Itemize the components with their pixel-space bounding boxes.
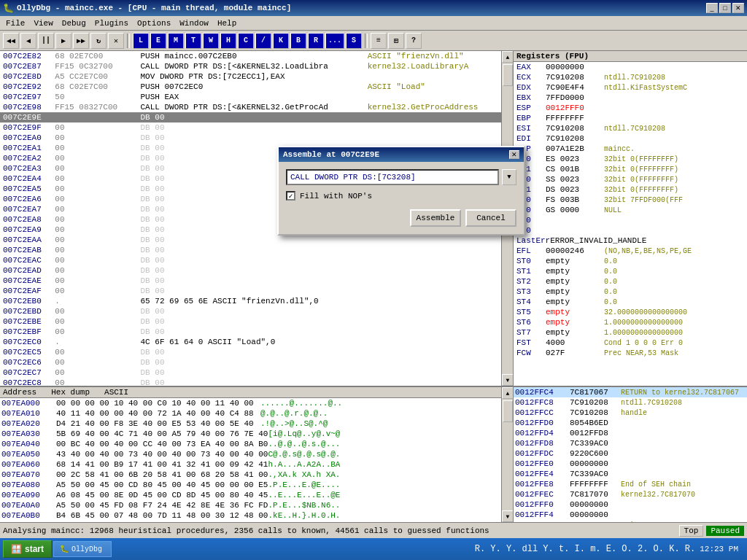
stack-row: 0012FFF0 00000000 — [514, 499, 747, 510]
menu-help[interactable]: Help — [213, 18, 241, 29]
w-btn[interactable]: W — [203, 33, 219, 49]
play-btn[interactable]: ▶ — [55, 33, 71, 49]
hex-row: 007EA020 D4 21 40 00 F8 3E 40 00 E5 53 4… — [0, 419, 501, 429]
toolbar: ◀◀ ◀ || ▶ ▶▶ ↻ ✕ L E M T W H C / K B R .… — [0, 31, 747, 51]
hex-scrollbar[interactable]: ▲ ▼ — [501, 387, 513, 522]
pause-btn[interactable]: || — [38, 33, 54, 49]
reg-row: O 0 — [514, 225, 747, 236]
menu-window[interactable]: Window — [175, 18, 213, 29]
dialog-title-bar: Assemble at 007C2E9E ✕ — [279, 147, 524, 162]
reg-row: EDX 7C90E4F4 ntdll.KiFastSystemC — [514, 82, 747, 93]
c-btn[interactable]: C — [238, 33, 254, 49]
top-button[interactable]: Top — [679, 525, 704, 537]
reg-row: ST7 empty 1.0000000000000000 — [514, 327, 747, 338]
menu-view[interactable]: View — [29, 18, 57, 29]
stack-row: 0012FFF4 00000000 — [514, 510, 747, 520]
start-button[interactable]: 🪟 start — [3, 540, 52, 558]
menu-options[interactable]: Options — [133, 18, 175, 29]
reg-row: ST6 empty 1.0000000000000000 — [514, 317, 747, 327]
toolbar-sep2 — [365, 34, 368, 48]
checkmark: ✓ — [288, 192, 293, 201]
minimize-btn[interactable]: _ — [706, 3, 718, 13]
h-btn[interactable]: H — [220, 33, 236, 49]
hex-col-ascii: ASCII — [104, 388, 128, 397]
reg-row: ST2 empty 0.0 — [514, 276, 747, 287]
hex-row: 007EA060 68 14 41 00 B9 17 41 00 41 32 4… — [0, 459, 501, 470]
stack-row: 0012FFEC 7C817070 kernel32.7C817070 — [514, 489, 747, 499]
reg-row: EIP 007A1E2B maincc. — [514, 144, 747, 154]
hex-col-hex: Hex dump — [51, 388, 90, 397]
stack-row: 0012FFF8 007A1E28 maincc. — [514, 520, 747, 522]
hex-row: 007EA040 00 BC 40 00 40 00 CC 40 00 73 E… — [0, 439, 501, 449]
s-btn[interactable]: S — [346, 33, 362, 49]
hex-pane: Address Hex dump ASCII 007EA000 00 00 00… — [0, 387, 513, 522]
back-btn[interactable]: ◀ — [20, 33, 36, 49]
scroll-up-btn[interactable]: ▲ — [502, 51, 513, 63]
hex-scroll-track — [502, 399, 513, 510]
cancel-btn[interactable]: Cancel — [465, 209, 516, 227]
hex-row: 007EA0B0 B4 6B 45 00 07 48 00 7D 11 48 0… — [0, 510, 501, 521]
b-btn[interactable]: B — [290, 33, 306, 49]
reg-row: ST5 empty 32.0000000000000000 — [514, 307, 747, 317]
r-btn[interactable]: R — [308, 33, 324, 49]
status-right: Top Paused — [679, 525, 744, 537]
stack-row: 0012FFDC 9220C600 — [514, 448, 747, 459]
forward-btn[interactable]: ▶▶ — [73, 33, 89, 49]
hex-row: 007EA050 43 40 00 40 00 73 40 00 40 00 7… — [0, 449, 501, 459]
status-text: Analysing maincc: 12968 heuristical proc… — [3, 526, 489, 535]
reg-row: ST4 empty 0.0 — [514, 297, 747, 307]
e-btn[interactable]: E — [150, 33, 166, 49]
hex-scroll-up[interactable]: ▲ — [502, 387, 513, 399]
grid-btn[interactable]: ⊞ — [388, 33, 404, 49]
dialog-close-btn[interactable]: ✕ — [509, 150, 519, 159]
t-btn[interactable]: T — [185, 33, 201, 49]
assemble-btn[interactable]: Assemble — [410, 209, 461, 227]
menu-bar: File View Debug Plugins Options Window H… — [0, 16, 747, 31]
list-btn[interactable]: ≡ — [371, 33, 387, 49]
rewind-btn[interactable]: ◀◀ — [3, 33, 19, 49]
reg-row: ECX 7C910208 ntdll.7C910208 — [514, 72, 747, 82]
stack-row: 0012FFE0 00000000 — [514, 459, 747, 469]
reg-row: D 0 — [514, 215, 747, 225]
fill-nops-checkbox[interactable]: ✓ — [286, 191, 295, 201]
scroll-thumb[interactable] — [503, 64, 513, 86]
taskbar: 🪟 start 🐛 OllyDbg R. Y. Y. dll Y. t. I. … — [0, 538, 747, 560]
l-btn[interactable]: L — [133, 33, 149, 49]
hex-row: 007EA080 A5 50 00 45 00 CD 80 45 00 40 4… — [0, 480, 501, 490]
menu-plugins[interactable]: Plugins — [90, 18, 133, 29]
right-pane: Registers (FPU) EAX 00000000 ECX 7C91020… — [514, 51, 747, 522]
registers-pane: Registers (FPU) EAX 00000000 ECX 7C91020… — [514, 51, 747, 387]
slash-btn[interactable]: / — [255, 33, 271, 49]
dots-btn[interactable]: ... — [325, 33, 344, 49]
dialog-body: ▼ ✓ Fill with NOP's Assemble Cancel — [279, 162, 524, 234]
k-btn[interactable]: K — [273, 33, 289, 49]
hex-row: 007EA010 40 11 40 00 00 40 00 72 1A 40 0… — [0, 408, 501, 419]
main-area: 007C2E82 68 02E7C00 PUSH maincc.007C2EB0… — [0, 51, 747, 522]
hex-row: 007EA090 A6 08 45 00 8E 0D 45 00 CD 8D 4… — [0, 490, 501, 500]
title-bar: 🐛 OllyDbg - maincc.exe - [CPU - main thr… — [0, 0, 747, 16]
status-bar: Analysing maincc: 12968 heuristical proc… — [0, 522, 747, 538]
menu-file[interactable]: File — [1, 18, 29, 29]
stack-row: 0012FFC8 7C910208 ntdll.7C910208 — [514, 397, 747, 408]
hex-scroll-thumb[interactable] — [503, 400, 513, 422]
taskbar-ollydbg-label: OllyDbg — [71, 545, 102, 553]
restart-btn[interactable]: ↻ — [90, 33, 107, 49]
taskbar-ollydbg[interactable]: 🐛 OllyDbg — [53, 541, 112, 557]
help-btn[interactable]: ? — [406, 33, 422, 49]
fill-nops-label[interactable]: Fill with NOP's — [300, 192, 372, 201]
close-proc-btn[interactable]: ✕ — [108, 33, 124, 49]
reg-row: FCW 027F Prec NEAR,53 Mask — [514, 348, 747, 358]
maximize-btn[interactable]: □ — [719, 3, 731, 13]
taskbar-icons: R. Y. Y. dll Y. t. I. m. E. O. 2. O. K. … — [475, 544, 695, 554]
hex-scroll-down[interactable]: ▼ — [502, 510, 513, 522]
dropdown-btn[interactable]: ▼ — [502, 169, 516, 185]
close-btn[interactable]: ✕ — [732, 3, 744, 13]
reg-row: EBP FFFFFFFF — [514, 113, 747, 123]
menu-debug[interactable]: Debug — [58, 18, 90, 29]
hex-row: 007EA070 00 2C 58 41 00 6B 20 58 41 00 6… — [0, 470, 501, 480]
m-btn[interactable]: M — [168, 33, 184, 49]
hex-row: 007EA000 00 00 00 00 10 40 00 C0 10 40 0… — [0, 398, 501, 408]
scroll-down-btn[interactable]: ▼ — [502, 374, 513, 386]
stack-row: 0012FFD0 8054B6ED — [514, 418, 747, 428]
assemble-input[interactable] — [286, 169, 499, 185]
